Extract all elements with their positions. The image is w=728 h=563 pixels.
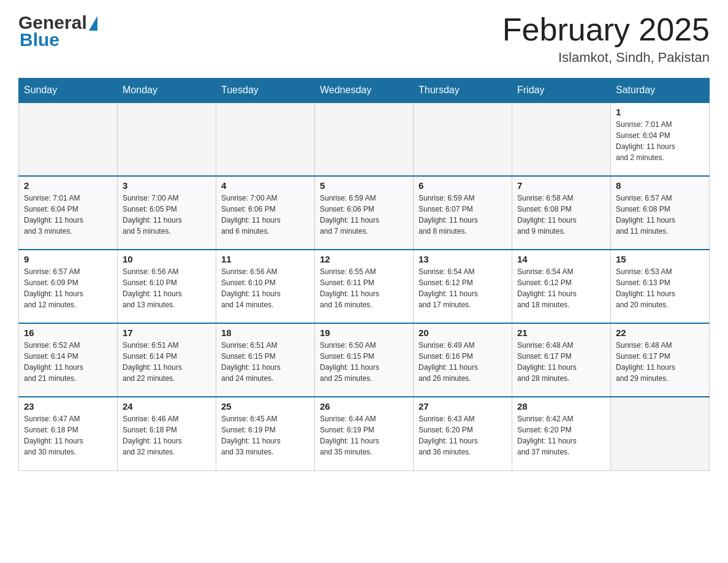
day-info: Sunrise: 6:54 AMSunset: 6:12 PMDaylight:… — [419, 266, 507, 310]
calendar-cell: 23Sunrise: 6:47 AMSunset: 6:18 PMDayligh… — [19, 397, 118, 470]
day-number: 9 — [24, 254, 112, 264]
calendar-cell: 3Sunrise: 7:00 AMSunset: 6:05 PMDaylight… — [118, 176, 216, 250]
day-info: Sunrise: 6:55 AMSunset: 6:11 PMDaylight:… — [320, 266, 408, 310]
calendar-cell: 20Sunrise: 6:49 AMSunset: 6:16 PMDayligh… — [414, 323, 512, 397]
week-row-1: 1Sunrise: 7:01 AMSunset: 6:04 PMDaylight… — [19, 102, 710, 176]
day-info: Sunrise: 6:50 AMSunset: 6:15 PMDaylight:… — [320, 340, 408, 384]
calendar-table: Sunday Monday Tuesday Wednesday Thursday… — [18, 78, 710, 471]
day-info: Sunrise: 6:54 AMSunset: 6:12 PMDaylight:… — [517, 266, 605, 310]
header-saturday: Saturday — [611, 79, 710, 103]
calendar-cell — [216, 102, 315, 176]
day-number: 20 — [419, 327, 507, 338]
days-header-row: Sunday Monday Tuesday Wednesday Thursday… — [19, 79, 710, 103]
calendar-cell: 19Sunrise: 6:50 AMSunset: 6:15 PMDayligh… — [315, 323, 414, 397]
day-info: Sunrise: 7:00 AMSunset: 6:05 PMDaylight:… — [123, 193, 211, 237]
day-number: 5 — [320, 180, 408, 191]
day-number: 2 — [24, 180, 112, 191]
day-info: Sunrise: 6:51 AMSunset: 6:15 PMDaylight:… — [221, 340, 309, 384]
calendar-cell: 16Sunrise: 6:52 AMSunset: 6:14 PMDayligh… — [19, 323, 118, 397]
day-number: 1 — [616, 107, 704, 117]
calendar-cell: 13Sunrise: 6:54 AMSunset: 6:12 PMDayligh… — [414, 250, 512, 323]
calendar-cell: 8Sunrise: 6:57 AMSunset: 6:08 PMDaylight… — [611, 176, 710, 250]
day-info: Sunrise: 7:01 AMSunset: 6:04 PMDaylight:… — [616, 119, 704, 163]
day-number: 8 — [616, 180, 704, 191]
calendar-cell: 25Sunrise: 6:45 AMSunset: 6:19 PMDayligh… — [216, 397, 315, 470]
day-info: Sunrise: 6:52 AMSunset: 6:14 PMDaylight:… — [24, 340, 112, 384]
header-sunday: Sunday — [19, 79, 118, 103]
day-info: Sunrise: 7:01 AMSunset: 6:04 PMDaylight:… — [24, 193, 112, 237]
calendar-cell: 10Sunrise: 6:56 AMSunset: 6:10 PMDayligh… — [118, 250, 216, 323]
day-number: 24 — [123, 401, 211, 412]
logo-triangle-icon — [89, 16, 97, 31]
calendar-cell: 5Sunrise: 6:59 AMSunset: 6:06 PMDaylight… — [315, 176, 414, 250]
calendar-cell: 21Sunrise: 6:48 AMSunset: 6:17 PMDayligh… — [512, 323, 611, 397]
calendar-cell: 7Sunrise: 6:58 AMSunset: 6:08 PMDaylight… — [512, 176, 611, 250]
calendar-cell: 18Sunrise: 6:51 AMSunset: 6:15 PMDayligh… — [216, 323, 315, 397]
day-info: Sunrise: 6:46 AMSunset: 6:18 PMDaylight:… — [123, 413, 211, 458]
day-info: Sunrise: 6:42 AMSunset: 6:20 PMDaylight:… — [517, 413, 605, 458]
day-info: Sunrise: 6:51 AMSunset: 6:14 PMDaylight:… — [123, 340, 211, 384]
page-header: General Blue February 2025 Islamkot, Sin… — [18, 12, 710, 66]
day-number: 7 — [517, 180, 605, 191]
calendar-cell: 14Sunrise: 6:54 AMSunset: 6:12 PMDayligh… — [512, 250, 611, 323]
day-info: Sunrise: 6:47 AMSunset: 6:18 PMDaylight:… — [24, 413, 112, 458]
day-number: 10 — [123, 254, 211, 264]
logo-blue-text: Blue — [20, 29, 97, 50]
header-tuesday: Tuesday — [216, 79, 315, 103]
title-block: February 2025 Islamkot, Sindh, Pakistan — [502, 12, 710, 66]
calendar-cell: 24Sunrise: 6:46 AMSunset: 6:18 PMDayligh… — [118, 397, 216, 470]
calendar-cell: 22Sunrise: 6:48 AMSunset: 6:17 PMDayligh… — [611, 323, 710, 397]
day-info: Sunrise: 6:56 AMSunset: 6:10 PMDaylight:… — [123, 266, 211, 310]
logo: General Blue — [18, 12, 97, 50]
day-number: 6 — [419, 180, 507, 191]
calendar-cell: 15Sunrise: 6:53 AMSunset: 6:13 PMDayligh… — [611, 250, 710, 323]
day-number: 26 — [320, 401, 408, 412]
calendar-cell — [414, 102, 512, 176]
header-friday: Friday — [512, 79, 611, 103]
day-info: Sunrise: 6:59 AMSunset: 6:06 PMDaylight:… — [320, 193, 408, 237]
day-number: 18 — [221, 327, 309, 338]
day-number: 25 — [221, 401, 309, 412]
day-number: 28 — [517, 401, 605, 412]
day-number: 12 — [320, 254, 408, 264]
day-info: Sunrise: 6:57 AMSunset: 6:08 PMDaylight:… — [616, 193, 704, 237]
day-info: Sunrise: 6:48 AMSunset: 6:17 PMDaylight:… — [517, 340, 605, 384]
day-info: Sunrise: 6:43 AMSunset: 6:20 PMDaylight:… — [419, 413, 507, 458]
location-text: Islamkot, Sindh, Pakistan — [502, 50, 710, 66]
day-number: 3 — [123, 180, 211, 191]
day-info: Sunrise: 6:58 AMSunset: 6:08 PMDaylight:… — [517, 193, 605, 237]
calendar-cell: 12Sunrise: 6:55 AMSunset: 6:11 PMDayligh… — [315, 250, 414, 323]
month-title: February 2025 — [502, 12, 710, 47]
calendar-cell: 17Sunrise: 6:51 AMSunset: 6:14 PMDayligh… — [118, 323, 216, 397]
day-info: Sunrise: 6:53 AMSunset: 6:13 PMDaylight:… — [616, 266, 704, 310]
day-number: 4 — [221, 180, 309, 191]
day-number: 16 — [24, 327, 112, 338]
day-info: Sunrise: 7:00 AMSunset: 6:06 PMDaylight:… — [221, 193, 309, 237]
header-thursday: Thursday — [414, 79, 512, 103]
day-info: Sunrise: 6:49 AMSunset: 6:16 PMDaylight:… — [419, 340, 507, 384]
calendar-cell: 2Sunrise: 7:01 AMSunset: 6:04 PMDaylight… — [19, 176, 118, 250]
calendar-cell: 4Sunrise: 7:00 AMSunset: 6:06 PMDaylight… — [216, 176, 315, 250]
calendar-cell — [118, 102, 216, 176]
calendar-cell: 11Sunrise: 6:56 AMSunset: 6:10 PMDayligh… — [216, 250, 315, 323]
day-number: 14 — [517, 254, 605, 264]
calendar-cell — [19, 102, 118, 176]
calendar-cell — [611, 397, 710, 470]
calendar-cell: 6Sunrise: 6:59 AMSunset: 6:07 PMDaylight… — [414, 176, 512, 250]
day-number: 17 — [123, 327, 211, 338]
day-info: Sunrise: 6:57 AMSunset: 6:09 PMDaylight:… — [24, 266, 112, 310]
day-info: Sunrise: 6:56 AMSunset: 6:10 PMDaylight:… — [221, 266, 309, 310]
day-number: 19 — [320, 327, 408, 338]
calendar-cell — [315, 102, 414, 176]
day-number: 11 — [221, 254, 309, 264]
week-row-2: 2Sunrise: 7:01 AMSunset: 6:04 PMDaylight… — [19, 176, 710, 250]
calendar-cell: 27Sunrise: 6:43 AMSunset: 6:20 PMDayligh… — [414, 397, 512, 470]
calendar-cell: 26Sunrise: 6:44 AMSunset: 6:19 PMDayligh… — [315, 397, 414, 470]
calendar-cell: 1Sunrise: 7:01 AMSunset: 6:04 PMDaylight… — [611, 102, 710, 176]
day-info: Sunrise: 6:45 AMSunset: 6:19 PMDaylight:… — [221, 413, 309, 458]
day-number: 15 — [616, 254, 704, 264]
day-number: 27 — [419, 401, 507, 412]
day-number: 21 — [517, 327, 605, 338]
week-row-4: 16Sunrise: 6:52 AMSunset: 6:14 PMDayligh… — [19, 323, 710, 397]
calendar-cell: 9Sunrise: 6:57 AMSunset: 6:09 PMDaylight… — [19, 250, 118, 323]
